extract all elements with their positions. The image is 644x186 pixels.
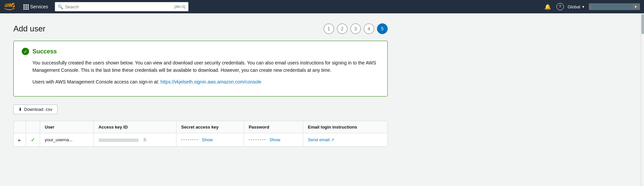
col-expand (14, 121, 26, 133)
scrollbar[interactable] (641, 13, 644, 157)
success-check-icon: ✓ (22, 48, 29, 55)
user-name: your_userna... (45, 137, 73, 142)
row-user-cell: your_userna... (40, 133, 94, 147)
account-label (592, 4, 633, 9)
step-5: 5 (377, 23, 388, 34)
access-key-redacted (99, 139, 139, 142)
secret-key-masked: •••••••• (181, 137, 199, 142)
expand-icon[interactable]: ▶ (18, 138, 21, 142)
region-selector[interactable]: Global ▼ (568, 4, 585, 9)
row-access-key-cell: ⎘ (94, 133, 176, 147)
row-password-cell: •••••••• Show (244, 133, 303, 147)
download-icon: ⬇ (18, 107, 22, 112)
col-access-key: Access key ID (94, 121, 176, 133)
col-password: Password (244, 121, 303, 133)
show-secret-key-link[interactable]: Show (202, 137, 213, 142)
send-email-label: Send email (308, 137, 330, 142)
main-content: Add user 1 2 3 4 5 ✓ Success You success… (0, 13, 401, 157)
download-label: Download .csv (24, 107, 52, 112)
navbar: Services 🔍 [Alt+S] 🔔 ? Global ▼ ▼ (0, 0, 644, 13)
help-icon[interactable]: ? (556, 3, 564, 10)
page-header: Add user 1 2 3 4 5 (13, 23, 388, 34)
password-masked: •••••••• (249, 137, 266, 142)
table-row: ▶ ✓ your_userna... ⎘ •••••••• Show •••• (14, 133, 388, 147)
external-link-icon: ↗ (331, 138, 334, 142)
table-header: User Access key ID Secret access key Pas… (14, 121, 388, 133)
aws-logo[interactable] (4, 3, 17, 11)
table-body: ▶ ✓ your_userna... ⎘ •••••••• Show •••• (14, 133, 388, 147)
success-title: Success (32, 48, 57, 55)
user-table: User Access key ID Secret access key Pas… (13, 121, 388, 147)
search-shortcut: [Alt+S] (174, 5, 185, 9)
row-status-cell: ✓ (26, 133, 40, 147)
account-chevron: ▼ (634, 5, 637, 9)
success-signin-text: Users with AWS Management Console access… (32, 78, 379, 85)
success-header: ✓ Success (22, 48, 379, 55)
download-csv-button[interactable]: ⬇ Download .csv (13, 105, 57, 114)
row-check-icon: ✓ (31, 137, 35, 143)
search-bar[interactable]: 🔍 [Alt+S] (55, 2, 188, 11)
grid-icon (23, 4, 28, 9)
signin-url-link[interactable]: https://vkjelseth.signin.aws.amazon.com/… (160, 79, 261, 84)
steps-indicator: 1 2 3 4 5 (324, 23, 388, 34)
row-email-cell: Send email ↗ (303, 133, 388, 147)
step-2: 2 (337, 23, 348, 34)
step-4: 4 (364, 23, 374, 34)
scrollbar-thumb[interactable] (641, 14, 644, 34)
send-email-link[interactable]: Send email ↗ (308, 137, 334, 142)
bell-icon[interactable]: 🔔 (543, 2, 552, 11)
step-1: 1 (324, 23, 334, 34)
step-3: 3 (350, 23, 361, 34)
services-menu[interactable]: Services (21, 3, 51, 11)
page-title: Add user (13, 24, 45, 33)
copy-icon[interactable]: ⎘ (144, 137, 146, 142)
region-chevron: ▼ (582, 5, 585, 9)
col-email-instructions: Email login instructions (303, 121, 388, 133)
row-secret-key-cell: •••••••• Show (176, 133, 244, 147)
region-label: Global (568, 4, 581, 9)
services-label: Services (30, 4, 48, 9)
col-secret-key: Secret access key (176, 121, 244, 133)
account-menu[interactable]: ▼ (589, 3, 640, 10)
row-expand-cell[interactable]: ▶ (14, 133, 26, 147)
show-password-link[interactable]: Show (269, 137, 280, 142)
col-status (26, 121, 40, 133)
search-input[interactable] (65, 4, 172, 9)
success-body: You successfully created the users shown… (32, 59, 379, 85)
success-body-text: You successfully created the users shown… (32, 59, 379, 74)
search-icon: 🔍 (58, 4, 63, 9)
col-user: User (40, 121, 94, 133)
table-header-row: User Access key ID Secret access key Pas… (14, 121, 388, 133)
success-box: ✓ Success You successfully created the u… (13, 41, 388, 97)
